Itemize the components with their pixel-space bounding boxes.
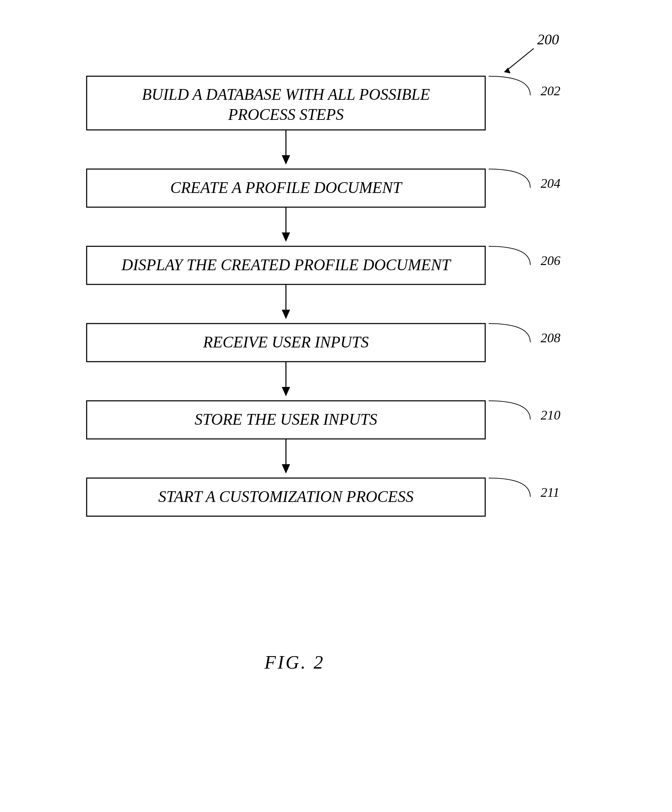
ref-211-label: 211 (540, 485, 559, 500)
ref-208-label: 208 (540, 331, 561, 345)
arrow-4-head (282, 387, 290, 396)
step-206-text: DISPLAY THE CREATED PROFILE DOCUMENT (121, 256, 451, 274)
ref-200-label: 200 (537, 32, 559, 48)
arrow-3-head (282, 310, 290, 319)
ref-210-label: 210 (540, 408, 561, 422)
ref-204-label: 204 (540, 176, 561, 191)
ref-206-label: 206 (540, 253, 561, 268)
flowchart-diagram: 200 202 BUILD A DATABASE WITH ALL POSSIB… (59, 21, 614, 748)
step-208-text: RECEIVE USER INPUTS (203, 333, 369, 351)
step-202-text-line1: BUILD A DATABASE WITH ALL POSSIBLE (142, 85, 430, 103)
step-210-text: STORE THE USER INPUTS (195, 411, 377, 428)
svg-line-0 (506, 48, 534, 71)
arrow-5-head (282, 464, 290, 474)
step-204-text: CREATE A PROFILE DOCUMENT (170, 179, 403, 196)
figure-label: FIG. 2 (264, 652, 325, 673)
arrow-2-head (282, 232, 290, 242)
step-211-text: START A CUSTOMIZATION PROCESS (158, 488, 414, 505)
arrow-1-head (282, 155, 290, 165)
ref-202-label: 202 (540, 84, 561, 98)
step-202-text-line2: PROCESS STEPS (228, 106, 344, 123)
